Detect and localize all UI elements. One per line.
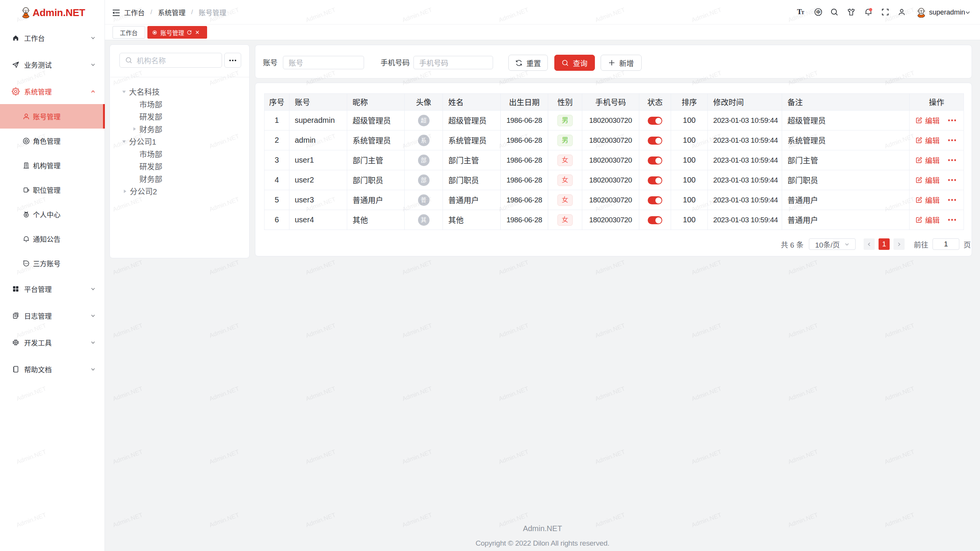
svg-text:中: 中 xyxy=(816,10,820,15)
svg-text:T: T xyxy=(801,10,804,15)
